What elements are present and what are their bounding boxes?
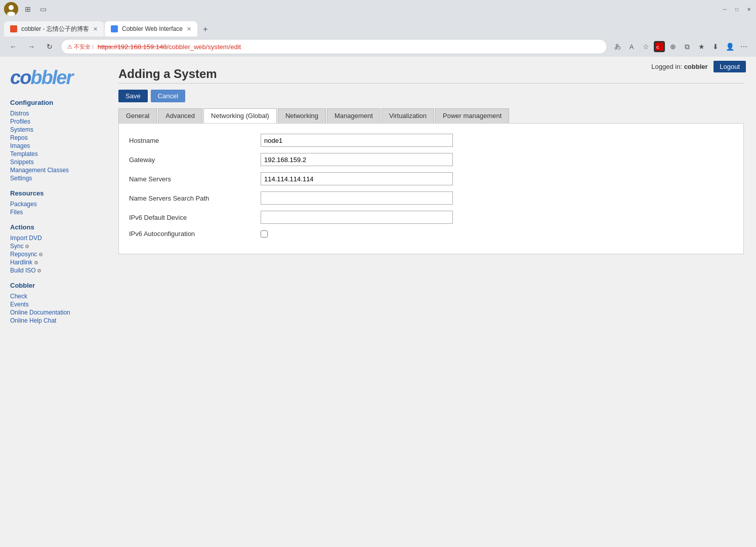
security-text: 不安全	[74, 43, 91, 51]
tab-general[interactable]: General	[118, 108, 157, 123]
back-button[interactable]: ←	[6, 40, 20, 54]
download-icon[interactable]: ⬇	[709, 41, 722, 53]
browser-tab-1[interactable]: cobbler - 忘情公子的博客 ✕	[4, 21, 104, 36]
logged-in-text: Logged in:	[651, 63, 682, 70]
browser-menu-icon[interactable]: ⋯	[738, 41, 750, 53]
form-label-gateway: Gateway	[129, 156, 261, 164]
sidebar-item-check[interactable]: Check	[10, 292, 106, 300]
sidebar-item-settings[interactable]: Settings	[10, 174, 106, 182]
address-bar-row: ← → ↻ ⚠ 不安全 | https://192.168.159.148/co…	[0, 36, 756, 57]
security-separator: |	[92, 44, 94, 50]
sidebar-item-images[interactable]: Images	[10, 142, 106, 150]
sidebar-item-online-documentation[interactable]: Online Documentation	[10, 308, 106, 317]
browser-tab-2[interactable]: Cobbler Web Interface ✕	[105, 21, 197, 36]
save-button[interactable]: Save	[118, 90, 148, 102]
field-ipv6-autoconfiguration[interactable]	[261, 230, 268, 238]
title-bar-left: ⊞ ▭	[4, 2, 49, 16]
gear-icon: ⚙	[32, 260, 38, 265]
sidebar-item-reposync[interactable]: Reposync ⚙	[10, 250, 106, 258]
page-title: Adding a System	[118, 67, 744, 81]
sidebar-item-packages[interactable]: Packages	[10, 200, 106, 208]
browser-sidebar-toggle[interactable]: ▭	[37, 4, 49, 15]
form-panel: HostnameGatewayName ServersName Servers …	[118, 123, 744, 254]
gear-icon: ⚙	[36, 268, 42, 274]
maximize-button[interactable]: □	[734, 6, 740, 12]
tab-networking--global-[interactable]: Networking (Global)	[203, 108, 277, 123]
browser-profile-avatar[interactable]	[4, 2, 18, 16]
minimize-button[interactable]: ─	[722, 6, 728, 12]
address-bar[interactable]: ⚠ 不安全 | https://192.168.159.148/cobbler_…	[61, 39, 607, 54]
logo-area: cobbler	[10, 67, 106, 89]
tab2-close[interactable]: ✕	[187, 26, 191, 32]
sidebar-item-sync[interactable]: Sync ⚙	[10, 242, 106, 250]
star-icon[interactable]: ☆	[640, 41, 652, 53]
form-row: Gateway	[129, 153, 733, 166]
tab-virtualization[interactable]: Virtualization	[382, 108, 434, 123]
sidebar-item-files[interactable]: Files	[10, 208, 106, 216]
form-label-ipv6-default-device: IPv6 Default Device	[129, 214, 261, 221]
url-crossed: https://192.168.159.148	[98, 43, 167, 51]
cancel-button[interactable]: Cancel	[151, 90, 185, 102]
new-tab-button[interactable]: +	[198, 22, 213, 36]
tab1-label: cobbler - 忘情公子的博客	[21, 25, 89, 33]
tab1-favicon	[10, 25, 17, 32]
sidebar-item-online-help-chat[interactable]: Online Help Chat	[10, 317, 106, 325]
translate-icon[interactable]: あ	[611, 41, 623, 53]
field-gateway[interactable]	[261, 153, 453, 166]
sidebar-item-profiles[interactable]: Profiles	[10, 118, 106, 126]
warning-icon: ⚠	[67, 44, 72, 50]
field-name-servers[interactable]	[261, 172, 453, 185]
sidebar-sections: ConfigurationDistrosProfilesSystemsRepos…	[10, 99, 106, 325]
tab-management[interactable]: Management	[327, 108, 381, 123]
action-buttons: Save Cancel	[118, 90, 744, 102]
sidebar-item-templates[interactable]: Templates	[10, 150, 106, 158]
sidebar-item-hardlink[interactable]: Hardlink ⚙	[10, 258, 106, 266]
sidebar-item-systems[interactable]: Systems	[10, 126, 106, 134]
svg-text:C: C	[656, 45, 659, 50]
tab-power-management[interactable]: Power management	[435, 108, 509, 123]
sidebar-item-repos[interactable]: Repos	[10, 134, 106, 142]
favorites-icon[interactable]: ★	[695, 41, 707, 53]
sidebar-item-snippets[interactable]: Snippets	[10, 158, 106, 166]
user-status-bar: Logged in: cobbler Logout	[651, 61, 746, 72]
main-content: Logged in: cobbler Logout Adding a Syste…	[106, 57, 756, 547]
field-hostname[interactable]	[261, 134, 453, 147]
forward-button[interactable]: →	[24, 40, 38, 54]
logout-button[interactable]: Logout	[713, 61, 746, 72]
split-view-icon[interactable]: ⧉	[681, 41, 693, 53]
tab2-favicon	[111, 25, 118, 32]
sidebar-item-distros[interactable]: Distros	[10, 109, 106, 118]
tab-networking[interactable]: Networking	[278, 108, 326, 123]
form-row: IPv6 Autoconfiguration	[129, 230, 733, 238]
browser-extension-icon[interactable]: ⊞	[22, 4, 33, 15]
profile-icon[interactable]: 👤	[724, 41, 736, 53]
form-row: Name Servers Search Path	[129, 191, 733, 205]
gear-icon: ⚙	[24, 244, 30, 249]
form-row: IPv6 Default Device	[129, 211, 733, 224]
gear-icon: ⚙	[37, 252, 43, 257]
tab-navigation: GeneralAdvancedNetworking (Global)Networ…	[118, 108, 744, 123]
tab1-close[interactable]: ✕	[93, 26, 98, 32]
form-label-hostname: Hostname	[129, 137, 261, 144]
title-bar: ⊞ ▭ ─ □ ✕	[0, 0, 756, 18]
window-controls: ─ □ ✕	[722, 6, 752, 12]
field-ipv6-default-device[interactable]	[261, 211, 453, 224]
tab-bar: cobbler - 忘情公子的博客 ✕ Cobbler Web Interfac…	[0, 18, 756, 36]
reload-button[interactable]: ↻	[43, 40, 57, 54]
sidebar-item-import-dvd[interactable]: Import DVD	[10, 234, 106, 242]
tab-advanced[interactable]: Advanced	[158, 108, 202, 123]
extension-puzzle-icon[interactable]: ⊕	[667, 41, 679, 53]
sidebar-item-events[interactable]: Events	[10, 300, 106, 308]
browser-toolbar: あ A ☆ C ⊕ ⧉ ★ ⬇ 👤 ⋯	[611, 41, 750, 53]
sidebar-section-title-actions: Actions	[10, 223, 106, 231]
sidebar-item-build-iso[interactable]: Build ISO ⚙	[10, 266, 106, 275]
form-row: Name Servers	[129, 172, 733, 185]
page-body: cobbler ConfigurationDistrosProfilesSyst…	[0, 57, 756, 547]
close-button[interactable]: ✕	[746, 6, 752, 12]
translate2-icon[interactable]: A	[625, 41, 638, 53]
sidebar: cobbler ConfigurationDistrosProfilesSyst…	[0, 57, 106, 547]
security-indicator: ⚠ 不安全 |	[67, 43, 94, 51]
csdn-extension-icon[interactable]: C	[654, 41, 665, 52]
field-name-servers-search-path[interactable]	[261, 191, 453, 205]
sidebar-item-management-classes[interactable]: Management Classes	[10, 166, 106, 174]
